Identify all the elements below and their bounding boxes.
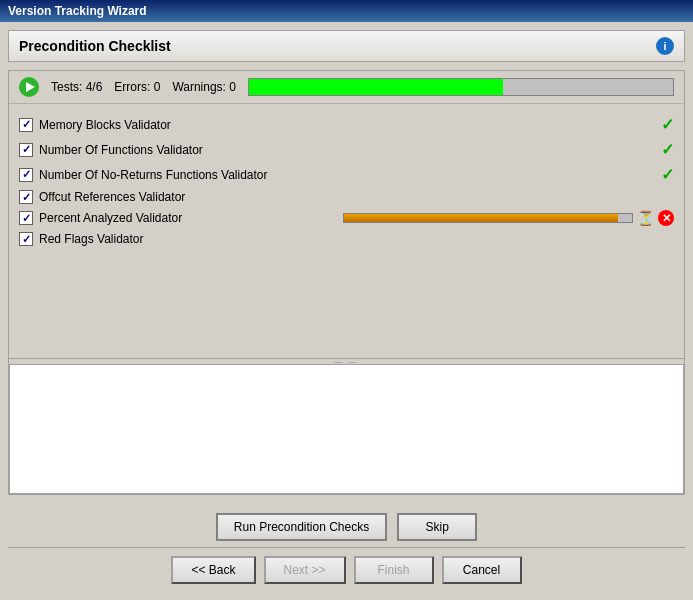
- item-label-no-returns: Number Of No-Returns Functions Validator: [39, 168, 655, 182]
- bottom-nav: << Back Next >> Finish Cancel: [8, 547, 685, 592]
- panel-title: Precondition Checklist: [19, 38, 171, 54]
- list-item: Red Flags Validator: [19, 229, 674, 249]
- errors-stat: Errors: 0: [114, 80, 160, 94]
- hourglass-icon: ⏳: [637, 210, 654, 226]
- list-item: Number Of No-Returns Functions Validator…: [19, 162, 674, 187]
- item-label-memory-blocks: Memory Blocks Validator: [39, 118, 655, 132]
- item-label-percent-analyzed: Percent Analyzed Validator: [39, 211, 337, 225]
- info-icon[interactable]: i: [656, 37, 674, 55]
- play-triangle: [26, 82, 35, 92]
- item-label-num-functions: Number Of Functions Validator: [39, 143, 655, 157]
- play-icon: [19, 77, 39, 97]
- content-area: Tests: 4/6 Errors: 0 Warnings: 0 Memory …: [8, 70, 685, 547]
- window-title: Version Tracking Wizard: [8, 4, 147, 18]
- item-label-red-flags: Red Flags Validator: [39, 232, 674, 246]
- log-panel[interactable]: [9, 364, 684, 494]
- checkbox-no-returns[interactable]: [19, 168, 33, 182]
- item-progress-fill: [344, 214, 618, 222]
- main-progress-fill: [249, 79, 503, 95]
- checkmark-memory-blocks: ✓: [661, 115, 674, 134]
- back-button[interactable]: << Back: [171, 556, 255, 584]
- checkmark-num-functions: ✓: [661, 140, 674, 159]
- checkbox-memory-blocks[interactable]: [19, 118, 33, 132]
- checkbox-num-functions[interactable]: [19, 143, 33, 157]
- checklist-panel: Tests: 4/6 Errors: 0 Warnings: 0 Memory …: [8, 70, 685, 495]
- checkbox-percent-analyzed[interactable]: [19, 211, 33, 225]
- title-bar: Version Tracking Wizard: [0, 0, 693, 22]
- checkbox-red-flags[interactable]: [19, 232, 33, 246]
- list-item: Memory Blocks Validator ✓: [19, 112, 674, 137]
- list-item: Offcut References Validator: [19, 187, 674, 207]
- stop-icon[interactable]: ✕: [658, 210, 674, 226]
- tests-stat: Tests: 4/6: [51, 80, 102, 94]
- checkmark-no-returns: ✓: [661, 165, 674, 184]
- checkbox-offcut[interactable]: [19, 190, 33, 204]
- finish-button[interactable]: Finish: [354, 556, 434, 584]
- action-buttons: Run Precondition Checks Skip: [8, 503, 685, 547]
- list-item: Percent Analyzed Validator ⏳ ✕: [19, 207, 674, 229]
- main-container: Precondition Checklist i Tests: 4/6 Erro…: [0, 22, 693, 600]
- item-progress-bar: [343, 213, 633, 223]
- next-button[interactable]: Next >>: [264, 556, 346, 584]
- checklist-items: Memory Blocks Validator ✓ Number Of Func…: [9, 104, 684, 358]
- run-precondition-button[interactable]: Run Precondition Checks: [216, 513, 387, 541]
- item-progress-container: ⏳ ✕: [343, 210, 674, 226]
- warnings-stat: Warnings: 0: [172, 80, 236, 94]
- list-item: Number Of Functions Validator ✓: [19, 137, 674, 162]
- skip-button[interactable]: Skip: [397, 513, 477, 541]
- item-label-offcut: Offcut References Validator: [39, 190, 674, 204]
- panel-header: Precondition Checklist i: [8, 30, 685, 62]
- main-progress-bar: [248, 78, 674, 96]
- progress-row: Tests: 4/6 Errors: 0 Warnings: 0: [9, 71, 684, 104]
- cancel-button[interactable]: Cancel: [442, 556, 522, 584]
